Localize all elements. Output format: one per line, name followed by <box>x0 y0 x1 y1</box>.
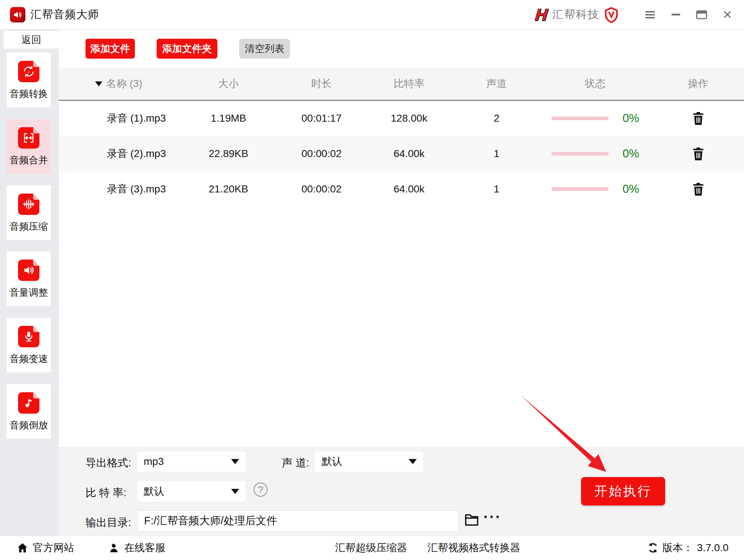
version-value: 3.7.0.0 <box>697 542 729 554</box>
minimize-button[interactable] <box>663 0 689 29</box>
folder-icon <box>464 512 480 528</box>
progress-percent: 0% <box>623 112 639 125</box>
toolbar: 添加文件 添加文件夹 清空列表 <box>59 39 290 59</box>
file-name: 录音 (2).mp3 <box>59 147 177 161</box>
audio-reverse-note-icon <box>18 392 39 414</box>
sidebar-item-label: 音量调整 <box>10 286 48 299</box>
column-header-duration[interactable]: 时长 <box>280 77 363 91</box>
back-button[interactable]: 返回 <box>4 31 59 49</box>
trash-icon <box>692 182 705 196</box>
add-file-button[interactable]: 添加文件 <box>85 39 135 59</box>
sidebar-item-audio-merge[interactable]: 音频合并 <box>7 119 51 174</box>
help-icon[interactable]: ? <box>254 483 268 497</box>
file-status: 0% <box>538 182 652 196</box>
sort-descending-icon <box>95 81 102 86</box>
bitrate-label: 比 特 率: <box>85 486 126 500</box>
video-converter-link[interactable]: 汇帮视频格式转换器 <box>427 541 520 555</box>
output-dir-label: 输出目录: <box>85 515 131 530</box>
column-header-action: 操作 <box>652 77 744 91</box>
progress-bar <box>551 152 609 156</box>
brand-shield-badge-icon <box>604 7 619 23</box>
sidebar-item-audio-speed[interactable]: 音频变速 <box>7 318 51 372</box>
official-website-link[interactable]: 官方网站 <box>17 541 74 555</box>
file-bitrate: 128.00k <box>363 112 455 124</box>
settings-panel: 导出格式: mp3 声 道: 默认 比 特 率: 默认 ? 输出目录: ··· … <box>59 447 744 535</box>
more-options-button[interactable]: ··· <box>483 509 502 525</box>
export-format-label: 导出格式: <box>85 456 131 470</box>
version-info[interactable]: 版本： 3.7.0.0 <box>647 541 729 555</box>
sidebar-item-label: 音频合并 <box>10 154 48 167</box>
brand-name: 汇帮科技 <box>552 7 600 22</box>
menu-icon[interactable] <box>637 0 663 29</box>
table-header: 名称 (3) 大小 时长 比特率 声道 状态 操作 <box>59 67 744 101</box>
app-logo-speaker-icon <box>10 7 25 22</box>
column-header-channels[interactable]: 声道 <box>455 77 538 91</box>
column-header-status[interactable]: 状态 <box>538 77 652 91</box>
clear-list-button[interactable]: 清空列表 <box>239 39 290 59</box>
add-folder-button[interactable]: 添加文件夹 <box>157 39 217 59</box>
sidebar-item-label: 音频转换 <box>10 87 48 100</box>
sidebar-item-volume-adjust[interactable]: 音量调整 <box>7 251 51 306</box>
progress-bar <box>551 116 609 120</box>
delete-file-button[interactable] <box>692 147 705 161</box>
file-channels: 2 <box>455 112 538 124</box>
start-execute-button[interactable]: 开始执行 <box>581 477 665 505</box>
channel-label: 声 道: <box>282 456 309 470</box>
table-row[interactable]: 录音 (1).mp3 1.19MB 00:01:17 128.00k 2 0% <box>59 101 744 136</box>
file-name: 录音 (3).mp3 <box>59 182 177 196</box>
sidebar-item-label: 音频变速 <box>10 352 48 365</box>
sidebar-item-audio-convert[interactable]: ♪ 音频转换 <box>7 53 51 107</box>
audio-speed-mic-icon <box>18 326 39 347</box>
audio-merge-icon <box>18 127 39 149</box>
file-duration: 00:01:17 <box>280 112 363 124</box>
file-duration: 00:00:02 <box>280 183 363 195</box>
sidebar-item-audio-reverse[interactable]: 音频倒放 <box>7 384 51 439</box>
file-bitrate: 64.00k <box>363 183 455 195</box>
file-duration: 00:00:02 <box>280 148 363 160</box>
bitrate-select[interactable]: 默认 <box>137 481 246 502</box>
delete-file-button[interactable] <box>692 111 705 125</box>
home-icon <box>17 542 28 554</box>
column-header-name[interactable]: 名称 (3) <box>59 77 177 91</box>
svg-text:♪: ♪ <box>27 69 30 74</box>
file-size: 21.20KB <box>177 183 280 195</box>
file-channels: 1 <box>455 148 538 160</box>
column-header-bitrate[interactable]: 比特率 <box>363 77 455 91</box>
output-dir-input[interactable] <box>138 510 458 532</box>
sidebar: 返回 ♪ 音频转换 音频合并 音频压缩 <box>0 30 59 535</box>
progress-percent: 0% <box>623 147 639 160</box>
maximize-button[interactable] <box>689 0 715 29</box>
progress-percent: 0% <box>623 182 639 196</box>
title-bar: 汇帮音频大师 H 汇帮科技 ✕ <box>0 0 744 29</box>
sidebar-item-label: 音频倒放 <box>10 419 48 432</box>
file-status: 0% <box>538 147 652 160</box>
export-format-select[interactable]: mp3 <box>137 451 246 472</box>
file-table: 名称 (3) 大小 时长 比特率 声道 状态 操作 录音 (1).mp3 1.1… <box>59 67 744 207</box>
super-compressor-link[interactable]: 汇帮超级压缩器 <box>335 541 407 555</box>
main-area: 添加文件 添加文件夹 清空列表 名称 (3) 大小 时长 比特率 声道 状态 操… <box>59 30 744 535</box>
table-row[interactable]: 录音 (2).mp3 22.89KB 00:00:02 64.00k 1 0% <box>59 136 744 171</box>
close-button[interactable]: ✕ <box>715 0 740 29</box>
column-header-size[interactable]: 大小 <box>177 77 280 91</box>
trash-icon <box>692 111 705 125</box>
sidebar-item-audio-compress[interactable]: 音频压缩 <box>7 185 51 240</box>
app-title: 汇帮音频大师 <box>31 7 99 22</box>
customer-service-icon <box>108 542 120 554</box>
audio-convert-icon: ♪ <box>18 61 39 82</box>
brand-h-logo-icon: H <box>535 6 548 24</box>
file-size: 22.89KB <box>177 148 280 160</box>
version-label: 版本： <box>662 541 693 555</box>
table-row[interactable]: 录音 (3).mp3 21.20KB 00:00:02 64.00k 1 0% <box>59 171 744 207</box>
channel-select[interactable]: 默认 <box>315 451 424 472</box>
file-bitrate: 64.00k <box>363 148 455 160</box>
delete-file-button[interactable] <box>692 182 705 196</box>
file-status: 0% <box>538 112 652 125</box>
chevron-down-icon <box>409 459 417 464</box>
titlebar-right: H 汇帮科技 ✕ <box>535 0 744 29</box>
progress-bar <box>551 187 609 191</box>
online-service-link[interactable]: 在线客服 <box>108 541 165 555</box>
open-folder-button[interactable] <box>464 512 480 529</box>
trash-icon <box>692 147 705 161</box>
footer: 官方网站 在线客服 汇帮超级压缩器 汇帮视频格式转换器 版本： 3.7.0.0 <box>0 535 744 560</box>
sidebar-item-label: 音频压缩 <box>10 220 48 233</box>
